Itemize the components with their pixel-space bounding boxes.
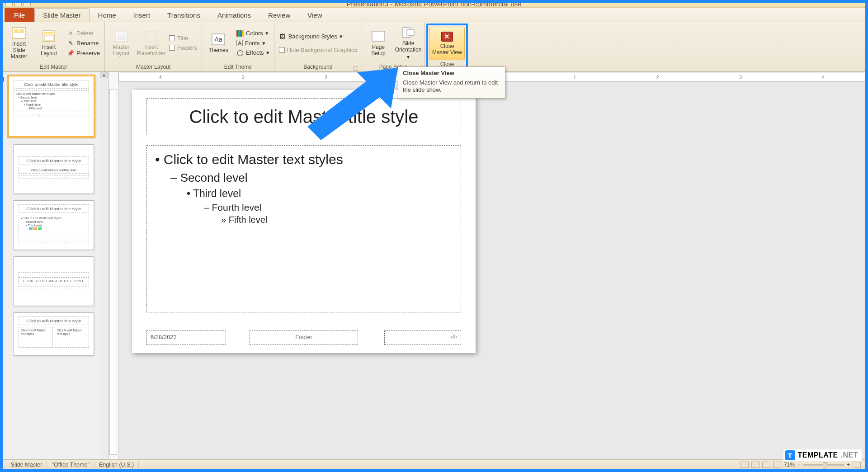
- orientation-icon: [401, 26, 416, 39]
- layout-thumbnail-3[interactable]: CLICK TO EDIT MASTER TITLE STYLE: [14, 256, 94, 306]
- group-background: 🖼Background Styles ▾ Hide Background Gra…: [274, 22, 362, 71]
- ribbon-tabs: File Slide Master Home Insert Transition…: [3, 8, 865, 22]
- watermark-logo-icon: T: [785, 450, 795, 460]
- hide-background-checkbox: Hide Background Graphics: [277, 46, 359, 54]
- svg-rect-15: [242, 30, 244, 37]
- svg-rect-8: [117, 35, 126, 40]
- slide-editor[interactable]: 4 3 2 1 0 1 2 3 4 Click to edit Master t…: [118, 72, 865, 459]
- fonts-icon: A: [236, 40, 243, 46]
- tab-review[interactable]: Review: [259, 8, 299, 22]
- status-theme: "Office Theme": [47, 462, 94, 468]
- page-setup-button[interactable]: Page Setup: [365, 25, 392, 61]
- tab-home[interactable]: Home: [90, 8, 125, 22]
- thumbnail-pane[interactable]: 1 Click to edit Master title style Click…: [3, 72, 108, 459]
- colors-icon: [236, 30, 244, 37]
- ribbon: Insert Slide Master Insert Layout ✕Delet…: [3, 22, 865, 72]
- master-layout-icon: [113, 29, 129, 43]
- tooltip-title: Close Master View: [403, 70, 500, 76]
- svg-text:Aa: Aa: [215, 36, 222, 43]
- svg-rect-18: [407, 30, 414, 35]
- effects-dropdown[interactable]: ◯Effects ▾: [235, 48, 271, 57]
- layout-thumbnail-2[interactable]: Click to edit Master title style • Click…: [14, 200, 94, 250]
- master-thumbnail[interactable]: 1 Click to edit Master title style Click…: [7, 75, 95, 138]
- svg-rect-1: [14, 29, 19, 33]
- footers-checkbox: Footers: [167, 43, 199, 52]
- slide-number-placeholder[interactable]: ‹#›: [384, 330, 461, 345]
- window-title: Presentation3 - Microsoft PowerPoint non…: [347, 3, 522, 8]
- preserve-icon: 📌: [67, 49, 74, 57]
- zoom-slider[interactable]: [803, 464, 844, 466]
- layout-thumbnail-4[interactable]: Click to edit Master title style Click t…: [14, 312, 94, 356]
- dialog-launcher-icon[interactable]: [354, 66, 358, 71]
- footer-placeholder[interactable]: Footer: [250, 330, 358, 345]
- status-language[interactable]: English (U.S.): [94, 462, 139, 468]
- body-placeholder[interactable]: Click to edit Master text styles Second …: [146, 145, 461, 312]
- fit-to-window-button[interactable]: [853, 462, 861, 468]
- close-master-view-button[interactable]: ✕ Close Master View: [429, 27, 465, 60]
- group-label-edit-master: Edit Master: [5, 63, 102, 71]
- tab-view[interactable]: View: [299, 8, 330, 22]
- thumb-number: 1: [3, 76, 5, 83]
- checkbox-icon: [169, 35, 175, 41]
- group-label-master-layout: Master Layout: [108, 63, 199, 71]
- watermark: T TEMPLATE.NET: [783, 449, 862, 461]
- themes-button[interactable]: Aa Themes: [205, 25, 232, 61]
- scroll-up-icon[interactable]: ▲: [100, 72, 108, 78]
- status-bar: Slide Master "Office Theme" English (U.S…: [3, 459, 865, 469]
- svg-rect-9: [146, 31, 156, 41]
- checkbox-icon: [169, 45, 175, 51]
- thumbnail-scrollbar[interactable]: ▲: [100, 72, 108, 459]
- tab-transitions[interactable]: Transitions: [159, 8, 209, 22]
- master-layout-button: Master Layout: [108, 25, 135, 61]
- tab-insert[interactable]: Insert: [125, 8, 159, 22]
- master-slide[interactable]: Click to edit Master title style Click t…: [132, 90, 476, 353]
- delete-icon: ✕: [67, 29, 74, 37]
- delete-button: ✕Delete: [65, 28, 102, 38]
- slideshow-view-button[interactable]: [773, 462, 781, 468]
- vertical-ruler: [108, 72, 118, 459]
- slide-orientation-button[interactable]: Slide Orientation ▾: [395, 25, 422, 61]
- rename-button[interactable]: ✎Rename: [65, 38, 102, 47]
- qat-save-icon[interactable]: [5, 3, 13, 6]
- svg-rect-12: [236, 30, 238, 37]
- insert-slide-master-button[interactable]: Insert Slide Master: [5, 25, 33, 61]
- date-placeholder[interactable]: 6/28/2022: [146, 330, 226, 345]
- svg-rect-13: [238, 30, 240, 37]
- zoom-out-button[interactable]: −: [797, 462, 801, 468]
- svg-rect-2: [19, 29, 24, 33]
- preserve-button[interactable]: 📌Preserve: [65, 48, 102, 57]
- colors-dropdown[interactable]: Colors ▾: [235, 29, 271, 38]
- reading-view-button[interactable]: [762, 462, 770, 468]
- layout-thumbnail-1[interactable]: Click to edit Master title style Click t…: [14, 144, 94, 194]
- status-slide-master: Slide Master: [6, 462, 47, 468]
- layout-icon: [41, 29, 57, 43]
- sorter-view-button[interactable]: [751, 462, 760, 468]
- workspace: 1 Click to edit Master title style Click…: [3, 72, 865, 459]
- qat-undo-icon[interactable]: [14, 3, 22, 6]
- zoom-level[interactable]: 71%: [784, 462, 795, 468]
- background-styles-icon: 🖼: [279, 33, 286, 40]
- group-page-setup: Page Setup Slide Orientation ▾ Page Setu…: [362, 22, 425, 71]
- page-setup-icon: [371, 29, 386, 43]
- tooltip-body: Close Master View and return to edit the…: [403, 79, 500, 94]
- svg-rect-14: [240, 30, 242, 37]
- tab-animations[interactable]: Animations: [209, 8, 259, 22]
- slide-master-icon: [11, 26, 27, 40]
- quick-access-toolbar: [5, 3, 31, 6]
- insert-placeholder-button: Insert Placeholder: [137, 25, 165, 61]
- group-label-background: Background: [277, 63, 359, 71]
- svg-rect-16: [372, 31, 385, 41]
- qat-redo-icon[interactable]: [24, 3, 31, 6]
- tab-file[interactable]: File: [5, 8, 34, 22]
- annotation-highlight: ✕ Close Master View Close: [426, 24, 468, 71]
- normal-view-button[interactable]: [741, 462, 749, 468]
- svg-rect-7: [117, 33, 126, 34]
- effects-icon: ◯: [236, 49, 244, 57]
- title-checkbox: Title: [167, 34, 199, 42]
- fonts-dropdown[interactable]: AFonts ▾: [235, 39, 271, 47]
- insert-layout-button[interactable]: Insert Layout: [35, 25, 62, 61]
- title-placeholder[interactable]: Click to edit Master title style: [146, 98, 461, 135]
- zoom-in-button[interactable]: +: [847, 462, 850, 468]
- tab-slide-master[interactable]: Slide Master: [34, 8, 89, 22]
- background-styles-dropdown[interactable]: 🖼Background Styles ▾: [277, 32, 359, 41]
